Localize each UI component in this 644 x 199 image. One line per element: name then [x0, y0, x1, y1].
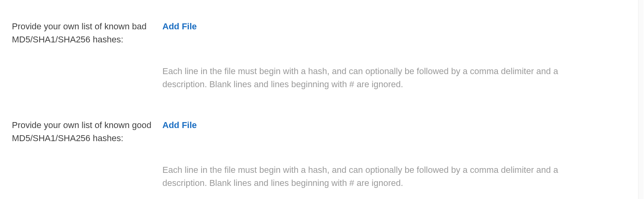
vertical-scrollbar[interactable] — [638, 0, 644, 199]
bad-hashes-row: Provide your own list of known bad MD5/S… — [12, 20, 632, 91]
bad-hashes-label: Provide your own list of known bad MD5/S… — [12, 20, 162, 91]
bad-hashes-help-text: Each line in the file must begin with a … — [162, 65, 585, 91]
add-file-good-hashes-link[interactable]: Add File — [162, 119, 197, 132]
good-hashes-help-text: Each line in the file must begin with a … — [162, 163, 585, 189]
good-hashes-row: Provide your own list of known good MD5/… — [12, 119, 632, 189]
bad-hashes-content: Add File Each line in the file must begi… — [162, 20, 632, 91]
good-hashes-label: Provide your own list of known good MD5/… — [12, 119, 162, 189]
add-file-bad-hashes-link[interactable]: Add File — [162, 20, 197, 33]
hash-settings-panel: Provide your own list of known bad MD5/S… — [0, 0, 644, 199]
good-hashes-content: Add File Each line in the file must begi… — [162, 119, 632, 189]
